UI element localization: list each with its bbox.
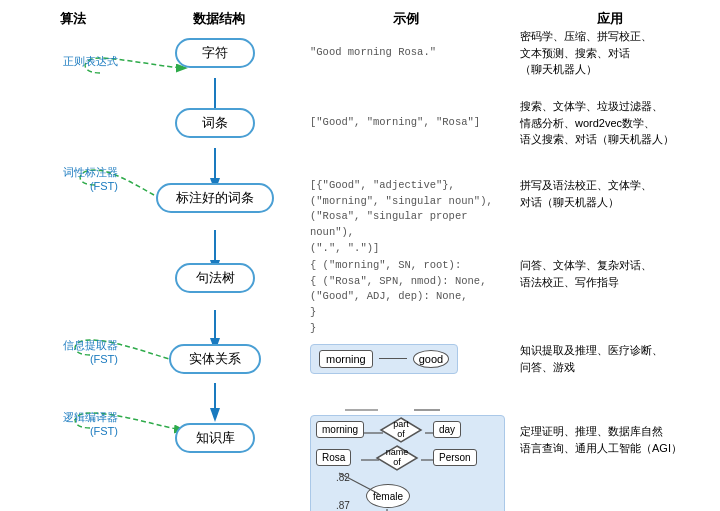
header-example: 示例 (302, 10, 511, 28)
row-6: 知识库 morning part of day Rosa (0, 415, 720, 511)
app-col-1: 密码学、压缩、拼写校正、 文本预测、搜索、对话 （聊天机器人） (515, 28, 720, 78)
ds-node-5: 实体关系 (169, 344, 261, 374)
ds-col-3: 标注好的词条 (130, 183, 300, 213)
example-text-1: "Good morning Rosa." (310, 45, 436, 60)
entity-relation-box: morning good (310, 344, 458, 374)
column-headers: 算法 数据结构 示例 应用 (10, 10, 710, 28)
ds-node-6: 知识库 (175, 423, 255, 453)
ds-col-6: 知识库 (130, 423, 300, 453)
relation-line (379, 358, 407, 360)
entity-morning: morning (319, 350, 373, 368)
app-text-1: 密码学、压缩、拼写校正、 文本预测、搜索、对话 （聊天机器人） (520, 30, 652, 75)
example-text-3: [{"Good", "adjective"}, ("morning", "sin… (310, 179, 493, 254)
app-text-5: 知识提取及推理、医疗诊断、 问答、游戏 (520, 344, 663, 373)
ds-node-4: 句法树 (175, 263, 255, 293)
app-text-3: 拼写及语法校正、文体学、 对话（聊天机器人） (520, 179, 652, 208)
ds-node-2: 词条 (175, 108, 255, 138)
header-app: 应用 (511, 10, 710, 28)
example-text-2: ["Good", "morning", "Rosa"] (310, 115, 480, 130)
knowledge-graph-box: morning part of day Rosa name of (310, 415, 505, 511)
entity-good: good (413, 350, 449, 368)
app-text-4: 问答、文体学、复杂对话、 语法校正、写作指导 (520, 259, 652, 288)
app-text-2: 搜索、文体学、垃圾过滤器、 情感分析、word2vec数学、 语义搜索、对话（聊… (520, 100, 674, 145)
algo-col-1: 正则表达式 (0, 38, 130, 68)
example-col-6: morning part of day Rosa name of (300, 415, 515, 511)
ds-node-3: 标注好的词条 (156, 183, 274, 213)
example-col-3: [{"Good", "adjective"}, ("morning", "sin… (300, 173, 515, 255)
app-col-4: 问答、文体学、复杂对话、 语法校正、写作指导 (515, 255, 720, 290)
svg-line-19 (339, 473, 379, 494)
row-3: 标注好的词条 [{"Good", "adjective"}, ("morning… (0, 173, 720, 255)
ds-col-5: 实体关系 (130, 344, 300, 374)
row-5: 实体关系 morning good 知识提取及推理、医疗诊断、 问答、游戏 (0, 342, 720, 375)
row-4: 句法树 { ("morning", SN, root): { ("Rosa", … (0, 255, 720, 335)
example-col-5: morning good (300, 344, 515, 374)
example-col-2: ["Good", "morning", "Rosa"] (300, 115, 515, 130)
kg-lines-svg (311, 416, 506, 511)
row-2: 词条 ["Good", "morning", "Rosa"] 搜索、文体学、垃圾… (0, 98, 720, 148)
ds-node-1: 字符 (175, 38, 255, 68)
ds-col-4: 句法树 (130, 263, 300, 293)
example-col-1: "Good morning Rosa." (300, 45, 515, 60)
app-col-6: 定理证明、推理、数据库自然 语言查询、通用人工智能（AGI） (515, 415, 720, 456)
app-text-6: 定理证明、推理、数据库自然 语言查询、通用人工智能（AGI） (520, 425, 682, 454)
app-col-2: 搜索、文体学、垃圾过滤器、 情感分析、word2vec数学、 语义搜索、对话（聊… (515, 98, 720, 148)
app-col-3: 拼写及语法校正、文体学、 对话（聊天机器人） (515, 173, 720, 210)
header-algo: 算法 (10, 10, 136, 28)
algo-label-1: 正则表达式 (63, 54, 118, 68)
page-container: 算法 数据结构 示例 应用 (0, 0, 720, 511)
row-1: 正则表达式 字符 "Good morning Rosa." 密码学、压缩、拼写校… (0, 28, 720, 78)
app-col-5: 知识提取及推理、医疗诊断、 问答、游戏 (515, 342, 720, 375)
ds-col-1: 字符 (130, 38, 300, 68)
example-text-4: { ("morning", SN, root): { ("Rosa", SPN,… (310, 259, 486, 334)
ds-col-2: 词条 (130, 108, 300, 138)
example-col-4: { ("morning", SN, root): { ("Rosa", SPN,… (300, 255, 515, 335)
header-ds: 数据结构 (136, 10, 301, 28)
